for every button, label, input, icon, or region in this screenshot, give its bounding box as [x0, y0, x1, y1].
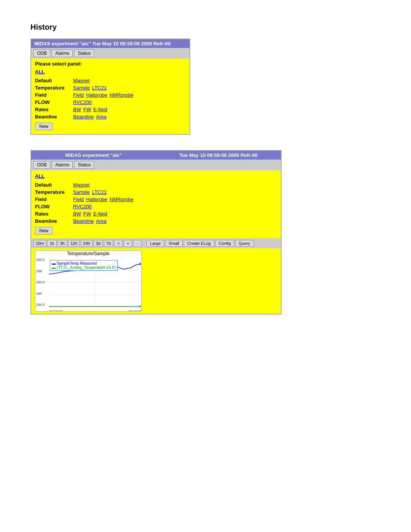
btn-large[interactable]: Large — [147, 240, 164, 247]
panel2-alarms-button[interactable]: Alarms — [52, 161, 73, 169]
panel2-new-button[interactable]: New — [35, 227, 53, 235]
panel1-row-field: Field Field Hallprobe NMRprobe — [35, 91, 186, 99]
x-label-2: 08:59:00 — [129, 310, 142, 312]
btn-query[interactable]: Query — [235, 240, 253, 247]
panel1-new-row: New — [35, 120, 186, 132]
chart-inner: 296.5 296 295.5 295 294.5 — [35, 257, 142, 312]
btn-3h[interactable]: 3h — [58, 240, 67, 247]
panel2-label-temperature: Temperature — [35, 189, 73, 195]
panel1-all-link[interactable]: ALL — [35, 69, 45, 75]
panel1-link-field[interactable]: Field — [73, 92, 84, 98]
panel1-row-default: Default Magnet — [35, 77, 186, 84]
panel1-new-button[interactable]: New — [35, 123, 53, 130]
btn-plus[interactable]: + — [124, 240, 132, 247]
panel1-body: Please select panel: ALL Default Magnet … — [31, 59, 190, 134]
panel1-row-rates: Rates BW FW E-field — [35, 106, 186, 113]
panel2-link-hallprobe[interactable]: Hallprobe — [86, 197, 107, 202]
panel2-links-temperature: Sample LTC21 — [73, 189, 107, 195]
btn-create-elog[interactable]: Create ELog — [184, 240, 214, 247]
panel1-row-beamline: Beamline Beamline Area — [35, 113, 186, 120]
panel2-link-ltc21[interactable]: LTC21 — [92, 189, 107, 195]
btn-minus[interactable]: - — [133, 240, 142, 247]
panel1-links-temperature: Sample LTC21 — [73, 85, 107, 91]
panel2-link-nmrprobe[interactable]: NMRprobe — [110, 197, 134, 202]
y-label-4: 296 — [36, 269, 48, 273]
panel2-links-default: Magnet — [73, 182, 89, 188]
panel2-all-link[interactable]: ALL — [35, 173, 45, 179]
legend-green: ▬ LTC21_Analog_Temperature (rb K) — [52, 265, 116, 270]
panel2-header-right: Tue May 10 08:59:56 2005 Refr:60 — [156, 151, 281, 160]
btn-back[interactable]: < — [114, 240, 123, 247]
panel1-link-fw[interactable]: FW — [83, 107, 91, 112]
panel2-row-default: Default Magnet — [35, 181, 277, 189]
panel2-label-rates: Rates — [35, 211, 73, 217]
panel2-link-efield[interactable]: E-field — [93, 211, 107, 217]
panel1-link-beamline[interactable]: Beamline — [73, 114, 94, 120]
panel1-link-area[interactable]: Area — [96, 114, 106, 120]
panel2-link-area[interactable]: Area — [96, 218, 106, 224]
panel2-link-beamline[interactable]: Beamline — [73, 218, 94, 224]
btn-7d[interactable]: 7d — [104, 240, 113, 247]
panel2-link-sample[interactable]: Sample — [73, 189, 90, 195]
panel1-header-text: MIDAS experiment "alc" Tue May 10 08:59:… — [34, 41, 170, 46]
y-label-2: 295 — [36, 292, 48, 296]
chart-marker-blue — [140, 262, 140, 265]
panel2-header-left: MIDAS experiment "alc" — [31, 151, 156, 160]
panel2-header: MIDAS experiment "alc" Tue May 10 08:59:… — [31, 151, 281, 160]
y-label-3: 295.5 — [36, 280, 48, 284]
btn-config[interactable]: Config — [215, 240, 234, 247]
panel1-link-nmrprobe[interactable]: NMRprobe — [110, 92, 134, 98]
panel2-label-default: Default — [35, 182, 73, 188]
panel1-link-hallprobe[interactable]: Hallprobe — [86, 92, 107, 98]
chart-legend: ▬ SampleTemp Measured ▬ LTC21_Analog_Tem… — [50, 260, 118, 271]
panel2-chart-area: Temperature/Sample 296.5 296 295.5 295 2… — [31, 248, 281, 314]
panel1-label-rates: Rates — [35, 107, 73, 112]
btn-10m[interactable]: 10m — [33, 240, 46, 247]
btn-1h[interactable]: 1h — [47, 240, 56, 247]
panel1-links-flow: RVC200 — [73, 99, 92, 105]
panel2-right-buttons: Large Small Create ELog Config Query — [147, 240, 253, 247]
panel2-link-fw[interactable]: FW — [83, 211, 91, 217]
panel2-status-button[interactable]: Status — [74, 161, 94, 169]
panel2-links-rates: BW FW E-field — [73, 211, 107, 217]
panel1-links-field: Field Hallprobe NMRprobe — [73, 92, 134, 98]
midas-panel-2: MIDAS experiment "alc" Tue May 10 08:59:… — [30, 150, 282, 315]
panel2-label-beamline: Beamline — [35, 218, 73, 224]
panel1-label-default: Default — [35, 78, 73, 83]
panel2-link-field[interactable]: Field — [73, 197, 84, 202]
chart-marker-green — [140, 305, 140, 307]
legend-blue: ▬ SampleTemp Measured — [52, 261, 116, 265]
panel1-link-ltc21[interactable]: LTC21 — [92, 85, 107, 91]
btn-small[interactable]: Small — [165, 240, 183, 247]
panel2-odb-button[interactable]: ODB — [33, 161, 50, 169]
panel2-row-rates: Rates BW FW E-field — [35, 210, 277, 217]
midas-panel-1: MIDAS experiment "alc" Tue May 10 08:59:… — [30, 38, 190, 135]
panel1-label-temperature: Temperature — [35, 85, 73, 91]
panel2-links-beamline: Beamline Area — [73, 218, 107, 224]
panel1-link-sample[interactable]: Sample — [73, 85, 90, 91]
panel1-toolbar: ODB Alarms Status — [31, 48, 190, 59]
panel1-link-efield[interactable]: E-field — [93, 107, 107, 112]
y-label-1: 294.5 — [36, 303, 48, 307]
btn-12h[interactable]: 12h — [68, 240, 80, 247]
panel1-link-bw[interactable]: BW — [73, 107, 81, 112]
panel2-row-beamline: Beamline Beamline Area — [35, 217, 277, 225]
btn-3d[interactable]: 3d — [94, 240, 103, 247]
panel2-links-flow: RVC200 — [73, 204, 92, 209]
panel1-odb-button[interactable]: ODB — [33, 50, 50, 57]
panel1-row-temperature: Temperature Sample LTC21 — [35, 84, 186, 91]
panel2-link-magnet[interactable]: Magnet — [73, 182, 89, 188]
panel1-status-button[interactable]: Status — [74, 50, 94, 57]
panel2-link-bw[interactable]: BW — [73, 211, 81, 217]
panel1-label-beamline: Beamline — [35, 114, 73, 120]
panel2-label-flow: FLOW — [35, 204, 73, 209]
panel2-links-field: Field Hallprobe NMRprobe — [73, 197, 134, 202]
btn-24h[interactable]: 24h — [81, 240, 92, 247]
panel2-link-rvc200[interactable]: RVC200 — [73, 204, 92, 209]
chart-title: Temperature/Sample — [35, 251, 141, 256]
panel1-link-magnet[interactable]: Magnet — [73, 78, 89, 83]
panel1-alarms-button[interactable]: Alarms — [52, 50, 73, 57]
panel1-link-rvc200[interactable]: RVC200 — [73, 99, 92, 105]
panel1-header: MIDAS experiment "alc" Tue May 10 08:59:… — [31, 39, 190, 48]
panel2-label-field: Field — [35, 197, 73, 202]
